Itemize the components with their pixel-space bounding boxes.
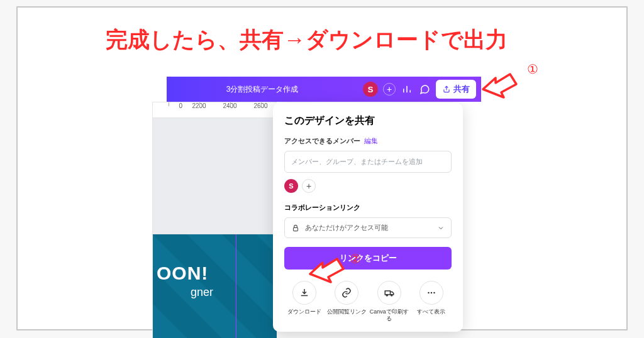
add-member-plus-icon[interactable]: + xyxy=(383,83,396,95)
canvas-preview[interactable]: OON! gner xyxy=(152,234,277,338)
access-heading: アクセスできるメンバー 編集 xyxy=(284,136,452,146)
svg-point-6 xyxy=(433,292,435,294)
svg-marker-8 xyxy=(310,259,343,282)
access-select-value: あなただけがアクセス可能 xyxy=(305,223,388,232)
ruler-mark: 2200 xyxy=(184,102,214,117)
access-heading-label: アクセスできるメンバー xyxy=(284,136,360,146)
share-panel-title: このデザインを共有 xyxy=(284,114,452,128)
print-caption: Canvaで印刷する xyxy=(369,308,409,323)
design-title[interactable]: 3分割投稿データ作成 xyxy=(167,84,358,95)
svg-rect-1 xyxy=(385,291,390,295)
ruler-mark: 2400 xyxy=(214,102,245,117)
annotation-arrow-1 xyxy=(480,68,530,102)
truck-icon xyxy=(377,281,401,305)
ruler-mark: 2600 xyxy=(245,102,276,117)
share-panel: このデザインを共有 アクセスできるメンバー 編集 メンバー、グループ、またはチー… xyxy=(273,103,463,332)
svg-point-5 xyxy=(431,292,433,294)
svg-marker-7 xyxy=(483,74,516,97)
ruler: 0 2200 2400 2600 xyxy=(152,102,277,118)
annotation-step-2: ② xyxy=(350,251,365,266)
more-icon xyxy=(419,281,443,305)
ruler-mark: 0 xyxy=(153,102,184,117)
lock-icon xyxy=(291,224,300,232)
more-action[interactable]: すべて表示 xyxy=(411,281,452,323)
download-caption: ダウンロード xyxy=(287,308,321,315)
canva-header: 3分割投稿データ作成 S + 共有 xyxy=(167,77,481,102)
add-member-icon[interactable]: + xyxy=(302,179,316,193)
collab-link-label: コラボレーションリンク xyxy=(284,203,452,212)
access-edit-link[interactable]: 編集 xyxy=(364,136,378,146)
instruction-headline: 完成したら、共有→ダウンロードで出力 xyxy=(106,25,508,55)
chevron-down-icon xyxy=(437,224,445,232)
member-chips: S + xyxy=(284,179,452,193)
public-link-caption: 公開閲覧リンク xyxy=(327,308,367,315)
user-avatar[interactable]: S xyxy=(363,82,378,97)
slide-sub-text: gner xyxy=(191,286,213,299)
access-level-select[interactable]: あなただけがアクセス可能 xyxy=(284,217,452,238)
member-input[interactable]: メンバー、グループ、またはチームを追加 xyxy=(284,151,452,173)
svg-rect-0 xyxy=(294,227,298,231)
svg-point-4 xyxy=(428,292,430,294)
share-button[interactable]: 共有 xyxy=(436,80,476,99)
annotation-step-1: ① xyxy=(527,62,542,77)
more-caption: すべて表示 xyxy=(417,308,445,315)
slide-heading-text: OON! xyxy=(157,263,208,284)
canvas-empty-area xyxy=(152,118,277,234)
member-avatar[interactable]: S xyxy=(284,179,298,193)
comment-icon[interactable] xyxy=(418,83,431,95)
share-button-label: 共有 xyxy=(453,84,470,95)
print-action[interactable]: Canvaで印刷する xyxy=(369,281,409,323)
analytics-icon[interactable] xyxy=(401,83,413,95)
